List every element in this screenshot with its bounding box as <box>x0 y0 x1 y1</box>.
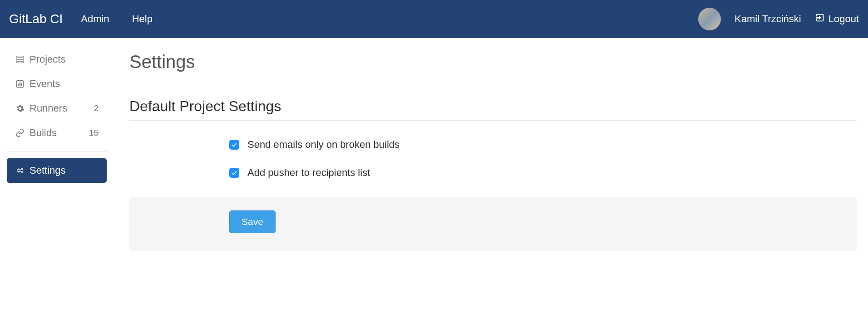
sidebar-item-projects[interactable]: Projects <box>7 47 107 72</box>
checkbox-pusher-label[interactable]: Add pusher to recipients list <box>247 167 370 179</box>
sidebar-badge: 15 <box>89 128 99 138</box>
page-title: Settings <box>129 52 857 72</box>
sidebar-item-label: Builds <box>30 127 57 139</box>
list-icon <box>15 55 25 64</box>
navbar-left: Admin Help <box>81 13 153 25</box>
navbar-right: Kamil Trzciński Logout <box>698 8 859 30</box>
sidebar-item-events[interactable]: Events <box>7 72 107 96</box>
navbar: GitLab CI Admin Help Kamil Trzciński Log… <box>0 0 868 38</box>
form-row-emails: Send emails only on broken builds <box>129 139 857 151</box>
logout-link[interactable]: Logout <box>815 13 859 25</box>
logout-label: Logout <box>829 13 859 25</box>
sidebar: Projects Events Runners 2 Builds 15 <box>7 47 120 251</box>
svg-rect-4 <box>21 83 23 86</box>
svg-point-5 <box>18 170 20 172</box>
user-name-link[interactable]: Kamil Trzciński <box>735 13 801 25</box>
checkbox-pusher[interactable] <box>229 168 239 178</box>
admin-link[interactable]: Admin <box>81 13 109 25</box>
sidebar-item-label: Events <box>30 78 60 90</box>
gear-icon <box>15 104 25 113</box>
sidebar-item-settings[interactable]: Settings <box>7 158 107 183</box>
form-actions: Save <box>129 197 857 251</box>
brand-link[interactable]: GitLab CI <box>9 12 63 26</box>
sidebar-item-label: Projects <box>30 54 65 65</box>
title-divider <box>129 85 857 85</box>
svg-point-6 <box>21 168 23 170</box>
gears-icon <box>15 166 25 175</box>
sidebar-badge: 2 <box>94 103 99 113</box>
svg-rect-2 <box>18 84 19 86</box>
checkbox-emails-label[interactable]: Send emails only on broken builds <box>247 139 399 151</box>
svg-point-7 <box>21 171 23 173</box>
container: Projects Events Runners 2 Builds 15 <box>0 38 868 251</box>
sidebar-divider <box>7 151 107 152</box>
avatar[interactable] <box>698 8 721 30</box>
link-icon <box>15 128 25 137</box>
logout-icon <box>815 13 825 25</box>
help-link[interactable]: Help <box>132 13 153 25</box>
chart-icon <box>15 79 25 88</box>
sidebar-item-builds[interactable]: Builds 15 <box>7 121 107 145</box>
main-content: Settings Default Project Settings Send e… <box>120 47 861 251</box>
section-divider <box>129 120 857 121</box>
svg-rect-3 <box>20 83 21 86</box>
section-title: Default Project Settings <box>129 98 857 115</box>
checkbox-emails-broken[interactable] <box>229 140 239 150</box>
sidebar-item-runners[interactable]: Runners 2 <box>7 96 107 121</box>
sidebar-item-label: Runners <box>30 103 67 114</box>
save-button[interactable]: Save <box>229 210 276 233</box>
sidebar-item-label: Settings <box>30 165 66 176</box>
form-row-pusher: Add pusher to recipients list <box>129 167 857 179</box>
